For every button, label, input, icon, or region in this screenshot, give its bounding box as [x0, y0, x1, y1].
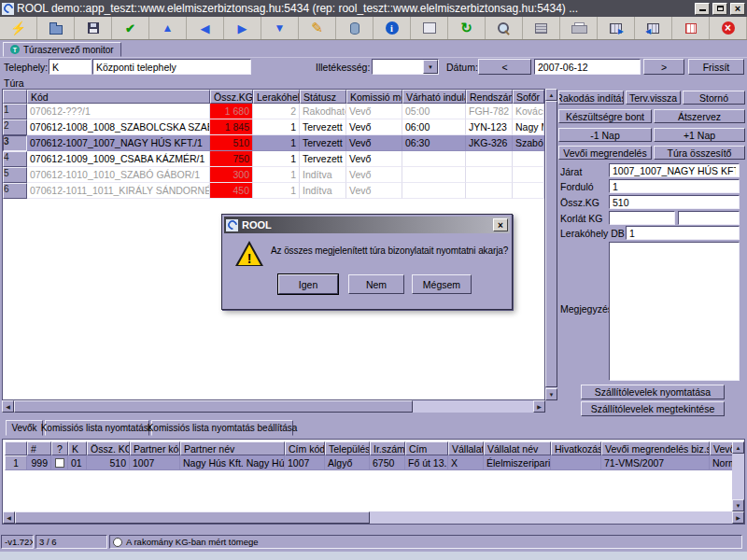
tab-turaszervezo-monitor[interactable]: T Túraszervező monitor: [3, 42, 121, 57]
rakodas-inditas-button[interactable]: Rakodás indítás: [558, 91, 624, 105]
scrollbar-thumb[interactable]: [545, 101, 557, 387]
column-header[interactable]: Vállalat: [448, 441, 484, 455]
column-header[interactable]: Kód: [27, 90, 210, 104]
vevoi-megrendeles-button[interactable]: Vevői megrendelés: [558, 146, 652, 160]
toolbar-button-last-record[interactable]: [261, 17, 299, 39]
table-row[interactable]: 5070612-1010_1010_SZABÓ GÁBOR/13001Indít…: [3, 167, 544, 183]
toolbar-button-import-table[interactable]: [635, 17, 672, 39]
fordulo-input[interactable]: [609, 179, 740, 193]
column-header[interactable]: Sofőr: [513, 90, 544, 104]
column-header[interactable]: Ir.szám: [370, 441, 405, 455]
vertical-scrollbar[interactable]: ▲ ▼: [545, 89, 557, 400]
toolbar-button-rows[interactable]: [523, 17, 560, 39]
lerakohely-db-input[interactable]: [626, 226, 740, 240]
atszervez-button[interactable]: Átszervez: [654, 109, 745, 123]
illetekesseg-dropdown[interactable]: ▼: [372, 59, 439, 75]
checkbox[interactable]: [55, 458, 64, 468]
bottom-tab-2[interactable]: Komissiós lista nyomtatása: [45, 420, 149, 436]
table-row[interactable]: 1999015101007Nagy Hús Kft. Nagy Hús Kft.…: [5, 455, 734, 470]
toolbar-button-info[interactable]: [374, 17, 411, 39]
toolbar-button-refresh[interactable]: [448, 17, 486, 39]
toolbar-button-open-folder[interactable]: [37, 17, 75, 39]
column-header[interactable]: K: [68, 441, 87, 455]
toolbar-button-edit[interactable]: [299, 17, 336, 39]
row-number[interactable]: 5: [3, 167, 27, 183]
close-button[interactable]: ×: [730, 3, 745, 15]
column-header[interactable]: Rendszám: [466, 90, 513, 104]
scroll-up-icon[interactable]: ▲: [545, 89, 557, 101]
toolbar-button-database[interactable]: [336, 17, 374, 39]
table-row[interactable]: 2070612-1008_1008_SZABOLCSKA SZABOLCS/11…: [3, 119, 544, 135]
toolbar-button-first-record[interactable]: [149, 17, 187, 39]
table-row[interactable]: 4070612-1009_1009_CSABA KÁZMÉR/17501Terv…: [3, 151, 544, 167]
plus-1-nap-button[interactable]: +1 Nap: [654, 128, 745, 142]
toolbar-button-previous-record[interactable]: [187, 17, 224, 39]
toolbar-button-accept[interactable]: [112, 17, 149, 39]
szallitolevelek-megtekintese-button[interactable]: Szállítólevelek megtekintése: [581, 401, 725, 416]
row-number[interactable]: 1: [3, 104, 27, 119]
toolbar-button-save[interactable]: [75, 17, 112, 39]
column-header[interactable]: Partner név: [180, 441, 285, 455]
scroll-right-icon[interactable]: ▶: [533, 400, 545, 413]
minus-1-nap-button[interactable]: -1 Nap: [558, 128, 652, 142]
column-header[interactable]: ?: [51, 441, 68, 455]
column-header[interactable]: Komissió mód: [346, 90, 402, 104]
next-day-button[interactable]: >: [643, 59, 684, 75]
scroll-left-icon[interactable]: ◀: [2, 400, 14, 413]
previous-day-button[interactable]: <: [478, 59, 531, 75]
scrollbar-thumb[interactable]: [15, 511, 370, 524]
column-header[interactable]: Össz.KG: [210, 90, 253, 104]
column-header[interactable]: Hivatkozás: [551, 441, 601, 455]
row-number[interactable]: 2: [3, 119, 27, 135]
toolbar-button-next-record[interactable]: [224, 17, 261, 39]
telephely-name-input[interactable]: [92, 59, 251, 75]
dialog-close-button[interactable]: ×: [493, 218, 508, 231]
chevron-down-icon[interactable]: ▼: [423, 60, 438, 74]
terv-vissza-button[interactable]: Terv.vissza: [626, 91, 681, 105]
row-number[interactable]: 6: [3, 183, 27, 199]
column-header[interactable]: #: [27, 441, 51, 455]
column-header[interactable]: Vevői megrendelés biz.szám: [601, 441, 710, 455]
table-row[interactable]: 6070612-1011_1011_KIRÁLY SÁNDORNÉ/14501I…: [3, 183, 544, 199]
column-header[interactable]: Vevő: [710, 441, 734, 455]
restore-button[interactable]: [712, 3, 727, 15]
column-header[interactable]: Cím kód: [285, 441, 325, 455]
scroll-left-icon[interactable]: ◀: [3, 511, 15, 524]
korlat-kg-input-2[interactable]: [678, 211, 740, 225]
row-number[interactable]: 3: [3, 135, 27, 151]
megsem-button[interactable]: Mégsem: [412, 274, 472, 294]
scroll-down-icon[interactable]: ▼: [732, 499, 744, 511]
toolbar-button-print[interactable]: [560, 17, 598, 39]
scroll-down-icon[interactable]: ▼: [545, 388, 557, 400]
jarat-input[interactable]: [609, 163, 740, 177]
toolbar-button-exit[interactable]: [710, 17, 747, 39]
column-header[interactable]: Státusz: [300, 90, 346, 104]
osszkg-input[interactable]: [609, 195, 740, 209]
vertical-scrollbar[interactable]: ▲ ▼: [732, 441, 744, 511]
date-input[interactable]: [534, 59, 641, 75]
keszultsegre-bont-button[interactable]: Készültségre bont: [558, 109, 652, 123]
scrollbar-thumb[interactable]: [14, 400, 413, 413]
refresh-button[interactable]: Frissít: [688, 59, 744, 75]
storno-button[interactable]: Stornó: [683, 91, 745, 105]
scroll-right-icon[interactable]: ▶: [732, 511, 744, 524]
igen-button[interactable]: Igen: [278, 274, 338, 294]
toolbar-button-lightning[interactable]: [0, 17, 37, 39]
row-number[interactable]: 1: [5, 455, 27, 470]
bottom-tab-1[interactable]: Vevők: [6, 420, 43, 436]
horizontal-scrollbar[interactable]: ◀ ▶: [3, 511, 744, 524]
toolbar-button-search[interactable]: [486, 17, 523, 39]
toolbar-button-window[interactable]: [411, 17, 448, 39]
column-header[interactable]: Partner kód: [130, 441, 180, 455]
column-header[interactable]: Település: [325, 441, 370, 455]
row-number[interactable]: 4: [3, 151, 27, 167]
toolbar-button-export-table[interactable]: [598, 17, 635, 39]
nem-button[interactable]: Nem: [348, 274, 404, 294]
bottom-tab-3[interactable]: Komissiós lista nyomtatás beállítása: [151, 420, 293, 436]
megjegyzes-textarea[interactable]: [609, 242, 740, 381]
tura-osszesito-button[interactable]: Túra összesítő: [654, 146, 745, 160]
minimize-button[interactable]: [695, 3, 710, 15]
column-header[interactable]: Lerakóhely: [253, 90, 300, 104]
table-row[interactable]: 1070612-???/11 6802RakodhatóVevő05:00FGH…: [3, 104, 544, 119]
horizontal-scrollbar[interactable]: ◀ ▶: [2, 400, 545, 413]
